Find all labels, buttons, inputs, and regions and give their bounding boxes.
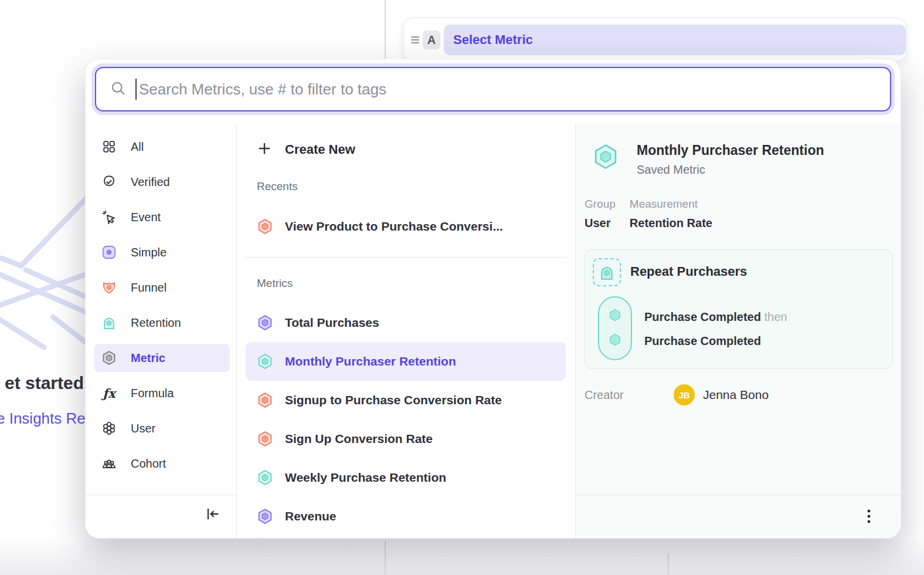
user-cluster-icon [101,421,117,436]
funnel-metric-hexagon-icon [257,392,273,408]
sidebar-item-verified[interactable]: Verified [94,168,230,196]
sidebar-item-label: Simple [131,246,167,259]
plus-icon [257,141,272,158]
sidebar-item-event[interactable]: Event [94,203,230,231]
more-options-button[interactable] [860,508,878,527]
collapse-sidebar-button[interactable] [202,505,222,525]
kebab-menu-icon [862,508,876,527]
metric-picker-modal: All Verified [85,59,901,539]
background-divider-line [668,554,669,575]
sidebar-footer-divider [86,495,236,495]
page-bottom-shade [0,539,924,575]
search-input[interactable] [139,80,890,99]
sidebar-item-label: Cohort [131,457,166,471]
measurement-value: Retention Rate [630,217,712,230]
search-bar[interactable] [95,67,891,111]
creator-name: Jenna Bono [703,388,769,402]
group-label: Group [585,198,616,211]
retention-metric-hexagon-icon [257,469,273,486]
filter-sidebar: All Verified [86,124,236,538]
behavior-dashed-icon [593,258,621,286]
event-hexagon-icon [608,332,622,350]
simple-metric-hexagon-icon [257,314,273,331]
cursor-click-icon [101,209,117,225]
metric-list-column: Create New Recents View Product to Purch… [236,124,575,538]
create-new-label: Create New [285,142,355,157]
step-2: Purchase Completed [644,329,787,353]
simple-metric-hexagon-icon [257,508,273,525]
detail-meta: Group User Measurement Retention Rate [585,198,712,230]
metrics-header: Metrics [257,277,293,290]
formula-icon: ƒx [101,385,117,401]
list-divider [246,257,566,258]
background-divider-line [385,0,386,59]
measurement-label: Measurement [630,198,712,211]
metric-definition-card: Repeat Purchasers Purc [584,249,893,369]
metric-row-monthly-purchaser-retention[interactable]: Monthly Purchaser Retention [246,342,566,381]
detail-footer [576,495,901,538]
sidebar-item-label: Metric [131,351,165,365]
metric-row-signup-to-purchase-conversion-rate[interactable]: Signup to Purchase Conversion Rate [246,381,566,420]
avatar: JB [674,384,695,405]
sidebar-item-funnel[interactable]: Funnel [94,273,230,302]
metric-label: Monthly Purchaser Retention [285,354,456,368]
create-new-button[interactable]: Create New [246,137,566,163]
select-metric-button[interactable]: Select Metric [444,25,906,55]
funnel-metric-hexagon-icon [257,431,273,447]
behavior-name: Repeat Purchasers [630,264,747,279]
search-icon [110,80,126,99]
metric-label: Total Purchases [285,316,379,330]
metric-row-weekly-purchase-retention[interactable]: Weekly Purchase Retention [246,458,566,497]
metric-detail-panel: Monthly Purchaser Retention Saved Metric… [575,124,901,538]
metric-row-sign-up-conversion-rate[interactable]: Sign Up Conversion Rate [246,420,566,458]
metric-label: Sign Up Conversion Rate [285,432,433,446]
creator-label: Creator [585,388,674,402]
cohort-people-icon [101,456,117,471]
event-sequence-capsule [598,296,632,360]
sidebar-item-label: All [131,140,144,154]
step-1: Purchase Completed then [644,305,787,329]
retention-metric-hexagon-icon [257,353,273,370]
sidebar-item-label: Verified [131,175,170,189]
group-meta: Group User [585,198,616,230]
sidebar-item-all[interactable]: All [94,133,230,161]
metric-label: Signup to Purchase Conversion Rate [285,393,502,407]
background-report-link-fragment[interactable]: e Insights Re [0,410,86,428]
retention-icon [101,315,117,330]
background-divider-line [385,541,386,575]
sidebar-item-label: Event [131,211,161,224]
sidebar-item-retention[interactable]: Retention [94,309,230,337]
sidebar-item-user[interactable]: User [94,414,230,442]
metric-row-card: A Select Metric [403,18,906,62]
verified-badge-icon [101,174,117,190]
sidebar-item-label: User [131,422,155,435]
metrics-list: Total Purchases Monthly Purchaser Retent… [246,303,566,536]
funnel-icon [101,280,117,295]
drag-handle-icon[interactable] [409,34,422,46]
funnel-metric-hexagon-icon [257,218,273,235]
collapse-left-icon [204,506,220,525]
sidebar-item-label: Retention [131,316,181,330]
event-sequence-steps: Purchase Completed then Purchase Complet… [644,305,787,353]
metric-letter-badge[interactable]: A [423,31,440,49]
group-value: User [585,217,616,230]
sidebar-item-label: Formula [131,387,174,400]
measurement-meta: Measurement Retention Rate [630,198,712,230]
grid-icon [101,139,117,154]
event-hexagon-icon [608,307,622,325]
recents-header: Recents [257,180,298,193]
detail-title: Monthly Purchaser Retention [637,143,824,158]
recent-metric-item[interactable]: View Product to Purchase Conversi... [246,213,566,240]
sidebar-item-label: Funnel [131,281,167,295]
modal-columns: All Verified [86,124,901,538]
metric-row-total-purchases[interactable]: Total Purchases [246,303,566,342]
metric-hexagon-icon [101,350,117,366]
sidebar-item-formula[interactable]: ƒx Formula [94,379,230,407]
metric-row-revenue[interactable]: Revenue [246,497,566,536]
metric-label: Weekly Purchase Retention [285,471,446,485]
detail-header: Monthly Purchaser Retention Saved Metric [592,143,824,177]
simple-metric-icon [101,245,117,260]
sidebar-item-simple[interactable]: Simple [94,238,230,266]
sidebar-item-cohort[interactable]: Cohort [94,449,230,478]
sidebar-item-metric[interactable]: Metric [94,344,230,372]
